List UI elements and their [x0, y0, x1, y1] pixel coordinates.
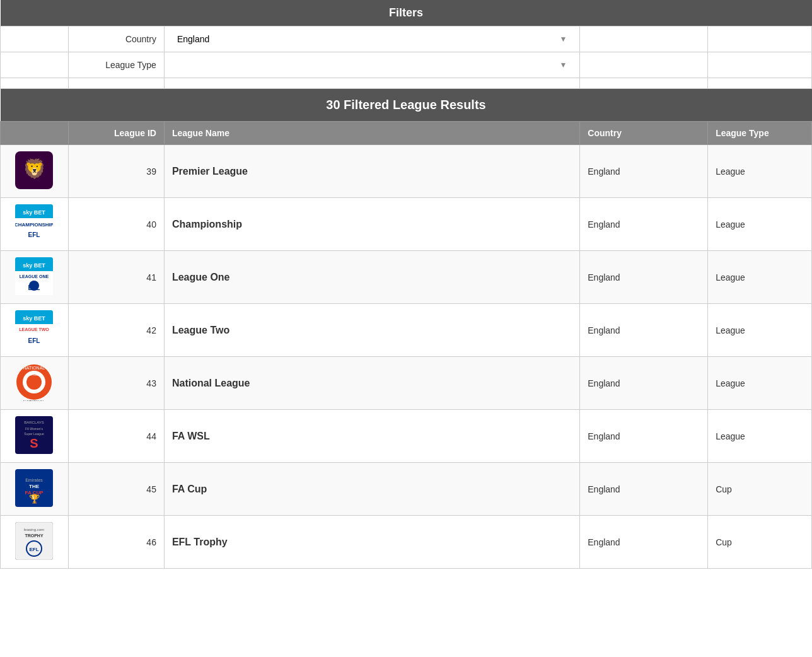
league-type: League: [708, 198, 812, 251]
league-name: FA WSL: [164, 410, 579, 463]
column-headers: League ID League Name Country League Typ…: [1, 122, 812, 145]
league-id: 40: [68, 198, 164, 251]
svg-text:Emirates: Emirates: [26, 478, 44, 482]
svg-text:TROPHY: TROPHY: [25, 533, 44, 538]
svg-text:LEAGUE ONE: LEAGUE ONE: [20, 274, 49, 279]
league-type: League: [708, 357, 812, 410]
svg-text:FA Women's: FA Women's: [25, 427, 43, 431]
empty-row-name: [164, 78, 579, 89]
league-name: Championship: [164, 198, 579, 251]
table-row: sky BET CHAMPIONSHIP EFL 40 Championship…: [1, 198, 812, 251]
empty-row-id: [68, 78, 164, 89]
results-header: 30 Filtered League Results: [1, 89, 812, 122]
svg-text:🦁: 🦁: [23, 158, 47, 180]
svg-text:🏆: 🏆: [29, 494, 40, 504]
table-row: NATIONAL NATIONAL LEAGUE 43 National Lea…: [1, 357, 812, 410]
svg-text:THE: THE: [29, 484, 40, 489]
league-type: Cup: [708, 463, 812, 516]
table-row: 🦁 39 Premier League England League: [1, 145, 812, 198]
league-logo: Emirates THE FA CUP 🏆: [1, 463, 69, 516]
filter-icon-cell: [1, 26, 69, 52]
svg-text:EFL: EFL: [28, 231, 40, 238]
col-header-name: League Name: [164, 122, 579, 145]
league-type-icon-cell: [1, 52, 69, 78]
empty-filter-row: [1, 78, 812, 89]
country-filter-label: Country: [68, 26, 164, 52]
league-type: League: [708, 251, 812, 304]
svg-text:CHAMPIONSHIP: CHAMPIONSHIP: [15, 222, 53, 228]
league-logo: sky BET LEAGUE ONE EFL: [1, 251, 69, 304]
svg-text:EFL: EFL: [28, 284, 40, 291]
col-header-icon: [1, 122, 69, 145]
league-name: Premier League: [164, 145, 579, 198]
svg-text:Super League: Super League: [25, 432, 45, 436]
results-header-row: 30 Filtered League Results: [1, 89, 812, 122]
league-type-filter-row: League Type League Cup ▼: [1, 52, 812, 78]
league-country: England: [580, 357, 708, 410]
league-id: 43: [68, 357, 164, 410]
league-country: England: [580, 145, 708, 198]
league-name: EFL Trophy: [164, 516, 579, 569]
league-id: 42: [68, 304, 164, 357]
league-name: League One: [164, 251, 579, 304]
svg-text:BARCLAYS: BARCLAYS: [25, 421, 45, 424]
league-logo: leasing.com TROPHY EFL: [1, 516, 69, 569]
country-select[interactable]: England Spain Germany France Italy: [172, 32, 572, 47]
league-id: 45: [68, 463, 164, 516]
league-logo: 🦁: [1, 145, 69, 198]
league-country: England: [580, 463, 708, 516]
country-filter-cell: England Spain Germany France Italy ▼: [164, 26, 579, 52]
league-country: England: [580, 410, 708, 463]
svg-text:NATIONAL: NATIONAL: [23, 366, 45, 370]
svg-text:NATIONAL: NATIONAL: [23, 400, 45, 401]
table-row: sky BET LEAGUE ONE EFL 41 League One Eng…: [1, 251, 812, 304]
league-country: England: [580, 516, 708, 569]
table-row: BARCLAYS FA Women's Super League S 44 FA…: [1, 410, 812, 463]
col-header-id: League ID: [68, 122, 164, 145]
svg-text:EFL: EFL: [28, 337, 40, 344]
league-name: League Two: [164, 304, 579, 357]
empty-row-icon: [1, 78, 69, 89]
league-type: League: [708, 145, 812, 198]
league-type: Cup: [708, 516, 812, 569]
league-country: England: [580, 251, 708, 304]
league-id: 44: [68, 410, 164, 463]
table-row: leasing.com TROPHY EFL 46 EFL Trophy Eng…: [1, 516, 812, 569]
league-logo: BARCLAYS FA Women's Super League S: [1, 410, 69, 463]
league-type-filter-cell: League Cup ▼: [164, 52, 579, 78]
empty-row-type: [708, 78, 812, 89]
league-type-empty-2: [708, 52, 812, 78]
league-country: England: [580, 304, 708, 357]
league-type: League: [708, 304, 812, 357]
league-logo: sky BET LEAGUE TWO EFL: [1, 304, 69, 357]
league-name: National League: [164, 357, 579, 410]
country-filter-row: Country England Spain Germany France Ita…: [1, 26, 812, 52]
svg-text:LEAGUE: LEAGUE: [26, 373, 42, 376]
league-id: 39: [68, 145, 164, 198]
svg-point-23: [26, 375, 42, 390]
table-row: sky BET LEAGUE TWO EFL 42 League Two Eng…: [1, 304, 812, 357]
svg-text:S: S: [30, 436, 38, 450]
league-id: 46: [68, 516, 164, 569]
svg-text:leasing.com: leasing.com: [24, 528, 44, 532]
filters-header: Filters: [1, 0, 812, 26]
svg-text:LEAGUE TWO: LEAGUE TWO: [20, 327, 50, 332]
svg-text:sky BET: sky BET: [23, 209, 46, 216]
col-header-country: Country: [580, 122, 708, 145]
svg-text:sky BET: sky BET: [23, 315, 46, 322]
filter-empty-2: [708, 26, 812, 52]
league-id: 41: [68, 251, 164, 304]
league-type-filter-label: League Type: [68, 52, 164, 78]
league-type-empty-1: [580, 52, 708, 78]
league-name: FA Cup: [164, 463, 579, 516]
league-country: England: [580, 198, 708, 251]
table-row: Emirates THE FA CUP 🏆 45 FA Cup England …: [1, 463, 812, 516]
empty-row-country: [580, 78, 708, 89]
league-logo: NATIONAL NATIONAL LEAGUE: [1, 357, 69, 410]
col-header-type: League Type: [708, 122, 812, 145]
svg-text:EFL: EFL: [30, 547, 39, 552]
league-type-select[interactable]: League Cup: [172, 57, 572, 73]
league-type: League: [708, 410, 812, 463]
svg-text:sky BET: sky BET: [23, 262, 46, 269]
league-logo: sky BET CHAMPIONSHIP EFL: [1, 198, 69, 251]
